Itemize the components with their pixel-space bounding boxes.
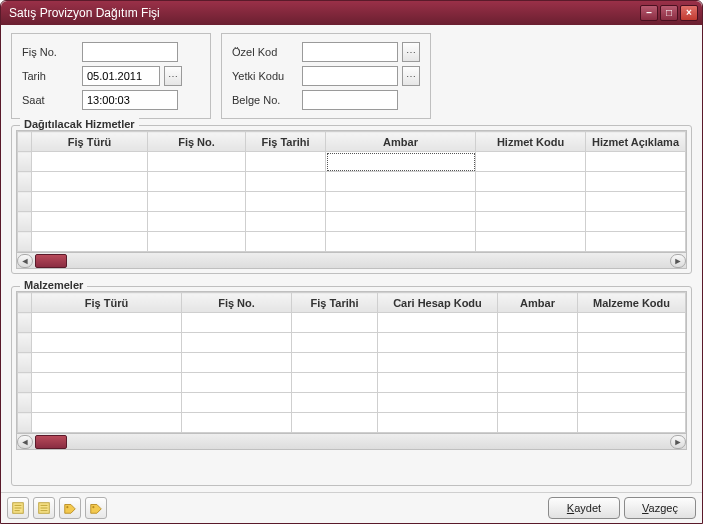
table-row[interactable] — [18, 413, 686, 433]
saat-label: Saat — [22, 94, 78, 106]
hizmetler-selected-cell[interactable] — [326, 152, 476, 172]
table-row[interactable] — [18, 353, 686, 373]
window-buttons: – □ × — [640, 5, 698, 21]
table-row[interactable] — [18, 313, 686, 333]
malzemeler-group: Malzemeler Fiş Türü Fiş No. Fiş Tarihi C… — [11, 286, 692, 486]
scroll-right-icon[interactable]: ► — [670, 254, 686, 268]
hizmetler-col-3[interactable]: Ambar — [326, 132, 476, 152]
hizmetler-col-4[interactable]: Hizmet Kodu — [476, 132, 586, 152]
table-row[interactable] — [18, 152, 686, 172]
table-row[interactable] — [18, 333, 686, 353]
form-right: Özel Kod ⋯ Yetki Kodu ⋯ Belge No. — [221, 33, 431, 119]
table-row[interactable] — [18, 393, 686, 413]
hizmetler-hscroll[interactable]: ◄ ► — [16, 253, 687, 269]
note-yellow-icon[interactable] — [7, 497, 29, 519]
tarih-input[interactable] — [82, 66, 160, 86]
table-row[interactable] — [18, 232, 686, 252]
form-left: Fiş No. Tarih ⋯ Saat — [11, 33, 211, 119]
malzemeler-col-3[interactable]: Cari Hesap Kodu — [378, 293, 498, 313]
hizmetler-col-1[interactable]: Fiş No. — [148, 132, 246, 152]
svg-marker-10 — [91, 505, 102, 514]
table-row[interactable] — [18, 172, 686, 192]
window-title: Satış Provizyon Dağıtım Fişi — [9, 6, 640, 20]
scroll-track[interactable] — [35, 254, 668, 268]
window: Satış Provizyon Dağıtım Fişi – □ × Fiş N… — [0, 0, 703, 524]
svg-point-11 — [92, 506, 94, 508]
hizmetler-title: Dağıtılacak Hizmetler — [20, 118, 139, 130]
table-row[interactable] — [18, 192, 686, 212]
maximize-button[interactable]: □ — [660, 5, 678, 21]
fis-no-input[interactable] — [82, 42, 178, 62]
header-forms: Fiş No. Tarih ⋯ Saat Özel Kod ⋯ — [11, 33, 692, 119]
malzemeler-col-4[interactable]: Ambar — [498, 293, 578, 313]
saat-input[interactable] — [82, 90, 178, 110]
hizmetler-group: Dağıtılacak Hizmetler Fiş Türü Fiş No. F… — [11, 125, 692, 274]
kaydet-button[interactable]: Kaydet — [548, 497, 620, 519]
malzemeler-col-0[interactable]: Fiş Türü — [32, 293, 182, 313]
content-area: Fiş No. Tarih ⋯ Saat Özel Kod ⋯ — [1, 25, 702, 492]
tag-icon[interactable] — [59, 497, 81, 519]
yetki-kodu-label: Yetki Kodu — [232, 70, 298, 82]
hizmetler-col-2[interactable]: Fiş Tarihi — [246, 132, 326, 152]
malzemeler-grid[interactable]: Fiş Türü Fiş No. Fiş Tarihi Cari Hesap K… — [16, 291, 687, 434]
scroll-left-icon[interactable]: ◄ — [17, 254, 33, 268]
malzemeler-col-1[interactable]: Fiş No. — [182, 293, 292, 313]
yetki-kodu-input[interactable] — [302, 66, 398, 86]
belge-no-input[interactable] — [302, 90, 398, 110]
tarih-picker-button[interactable]: ⋯ — [164, 66, 182, 86]
yetki-kodu-lookup-button[interactable]: ⋯ — [402, 66, 420, 86]
ozel-kod-input[interactable] — [302, 42, 398, 62]
malzemeler-col-5[interactable]: Malzeme Kodu — [578, 293, 686, 313]
scroll-track[interactable] — [35, 435, 668, 449]
row-header-blank — [18, 293, 32, 313]
tag2-icon[interactable] — [85, 497, 107, 519]
malzemeler-hscroll[interactable]: ◄ ► — [16, 434, 687, 450]
ozel-kod-label: Özel Kod — [232, 46, 298, 58]
malzemeler-col-2[interactable]: Fiş Tarihi — [292, 293, 378, 313]
malzemeler-title: Malzemeler — [20, 279, 87, 291]
svg-point-9 — [66, 506, 68, 508]
hizmetler-col-0[interactable]: Fiş Türü — [32, 132, 148, 152]
vazgec-button[interactable]: Vazgeç — [624, 497, 696, 519]
scroll-thumb[interactable] — [35, 254, 67, 268]
svg-marker-8 — [65, 505, 76, 514]
scroll-left-icon[interactable]: ◄ — [17, 435, 33, 449]
bottom-toolbar: Kaydet Vazgeç — [1, 492, 702, 523]
titlebar: Satış Provizyon Dağıtım Fişi – □ × — [1, 1, 702, 25]
hizmetler-header-row: Fiş Türü Fiş No. Fiş Tarihi Ambar Hizmet… — [18, 132, 686, 152]
malzemeler-header-row: Fiş Türü Fiş No. Fiş Tarihi Cari Hesap K… — [18, 293, 686, 313]
table-row[interactable] — [18, 212, 686, 232]
hizmetler-col-5[interactable]: Hizmet Açıklama — [586, 132, 686, 152]
table-row[interactable] — [18, 373, 686, 393]
close-button[interactable]: × — [680, 5, 698, 21]
minimize-button[interactable]: – — [640, 5, 658, 21]
belge-no-label: Belge No. — [232, 94, 298, 106]
tarih-label: Tarih — [22, 70, 78, 82]
fis-no-label: Fiş No. — [22, 46, 78, 58]
scroll-thumb[interactable] — [35, 435, 67, 449]
hizmetler-grid[interactable]: Fiş Türü Fiş No. Fiş Tarihi Ambar Hizmet… — [16, 130, 687, 253]
note-list-icon[interactable] — [33, 497, 55, 519]
scroll-right-icon[interactable]: ► — [670, 435, 686, 449]
ozel-kod-lookup-button[interactable]: ⋯ — [402, 42, 420, 62]
row-header-blank — [18, 132, 32, 152]
